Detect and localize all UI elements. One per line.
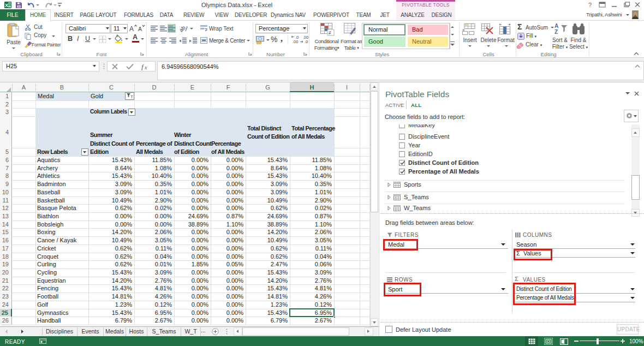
svg-text:Z: Z (554, 29, 558, 35)
svg-text:≠: ≠ (329, 30, 331, 35)
svg-text:.00: .00 (293, 39, 298, 44)
svg-text:A: A (138, 26, 142, 32)
svg-text:X: X (5, 3, 8, 8)
svg-text:.0: .0 (305, 39, 308, 44)
svg-text:A: A (554, 23, 558, 29)
svg-text:?: ? (588, 2, 592, 8)
svg-text:T: T (130, 94, 133, 99)
svg-text:x: x (144, 64, 147, 70)
svg-text:A: A (129, 25, 134, 33)
